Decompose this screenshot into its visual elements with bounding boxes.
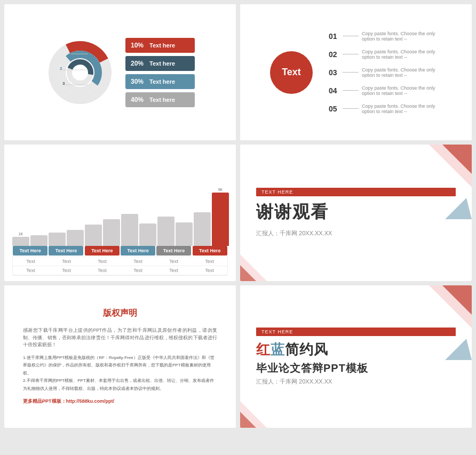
radial-line-1 — [343, 36, 359, 36]
cell-r2-c3: Text — [85, 266, 120, 275]
bar-label-1k: 1K — [19, 232, 23, 236]
text-box-40: 40% Text here — [125, 92, 195, 107]
svg-marker-14 — [445, 198, 472, 219]
text-box-20: 20% Text here — [125, 56, 195, 71]
lbl-30: Text here — [149, 78, 175, 85]
donut-svg: 1 2 3 — [45, 38, 115, 107]
pct-40: 40% — [131, 96, 149, 103]
cell-r1-c3: Text — [85, 257, 120, 266]
radial-center-circle: Text — [270, 51, 313, 94]
slide6-subtitle: 毕业论文答辩PPT模板 — [256, 361, 456, 376]
radial-text-2: Copy paste fonts. Choose the only option… — [362, 49, 442, 60]
lbl-10: Text here — [149, 42, 175, 49]
deco-arrows-bl — [240, 233, 288, 281]
bar-chart-area: 1K - - - - - - — [10, 182, 231, 246]
bar-header-row: Text Here Text Here Text Here Text Here … — [12, 246, 228, 256]
bar-data-table: Text Text Text Text Text Text Text Text … — [12, 257, 228, 276]
slide-bar-chart: 1K - - - - - - — [4, 145, 236, 281]
radial-line-3 — [343, 72, 359, 73]
radial-text-3: Copy paste fonts. Choose the only option… — [362, 67, 442, 78]
radial-line-5 — [343, 108, 359, 109]
svg-text:3: 3 — [62, 81, 65, 86]
deco-arrows-tr — [397, 145, 472, 219]
radial-text-1: Copy paste fonts. Choose the only option… — [362, 31, 442, 42]
cell-r2-c1: Text — [13, 266, 48, 275]
slide-thankyou: TEXT HERE 谢谢观看 汇报人：千库网 20XX.XX.XX — [240, 145, 472, 281]
bar-data-row-1: Text Text Text Text Text Text — [13, 257, 227, 266]
bar-7 — [121, 214, 138, 246]
svg-text:1: 1 — [69, 49, 72, 54]
bar-3 — [49, 233, 66, 246]
pct-30: 30% — [131, 78, 149, 85]
bar-6 — [103, 219, 120, 246]
lbl-20: Text here — [149, 60, 175, 67]
bar-12-red — [212, 193, 229, 246]
bar-header-2: Text Here — [49, 246, 83, 256]
bar-2 — [30, 235, 47, 246]
svg-text:2: 2 — [60, 66, 62, 71]
bar-header-3: Text Here — [85, 246, 120, 256]
radial-item-5: 05 Copy paste fonts. Choose the only opt… — [329, 103, 442, 114]
pct-20: 20% — [131, 60, 149, 67]
copyright-intro: 感谢您下载千库网平台上提供的PPT作品，为了您和千库网以及原创作者的利益，请勿复… — [23, 327, 217, 349]
radial-line-4 — [343, 90, 359, 91]
slide-donut-chart: 1 2 3 10% Text here 20% Text here 30% Te… — [4, 4, 236, 140]
slide6-title-blue: 蓝 — [271, 341, 285, 357]
bar-10 — [176, 222, 193, 246]
radial-text-4: Copy paste fonts. Choose the only option… — [362, 85, 442, 96]
donut-chart: 1 2 3 — [45, 38, 115, 107]
radial-item-3: 03 Copy paste fonts. Choose the only opt… — [329, 67, 442, 78]
cell-r2-c2: Text — [49, 266, 84, 275]
cell-r1-c5: Text — [156, 257, 191, 266]
bar-header-6: Text Here — [193, 246, 227, 256]
cell-r2-c5: Text — [156, 266, 191, 275]
radial-item-4: 04 Copy paste fonts. Choose the only opt… — [329, 85, 442, 96]
radial-num-4: 04 — [329, 86, 339, 95]
deco-arrows-bl-6 — [240, 380, 288, 428]
svg-marker-19 — [445, 339, 472, 360]
bar-1 — [12, 237, 29, 246]
bar-11 — [194, 212, 211, 246]
cell-r1-c1: Text — [13, 257, 48, 266]
radial-num-3: 03 — [329, 68, 339, 77]
deco-arrows-tr-6 — [397, 285, 472, 360]
radial-center-text: Text — [282, 67, 301, 78]
lbl-40: Text here — [149, 97, 175, 103]
bar-8 — [139, 223, 156, 246]
slide-title: TEXT HERE 红蓝简约风 毕业论文答辩PPT模板 汇报人：千库网 20XX… — [240, 285, 472, 428]
cell-r1-c2: Text — [49, 257, 84, 266]
bar-4 — [67, 230, 84, 246]
bar-header-5: Text Here — [156, 246, 191, 256]
bar-label-9k: 9K — [218, 188, 223, 191]
radial-text-5: Copy paste fonts. Choose the only option… — [362, 103, 442, 114]
radial-item-1: 01 Copy paste fonts. Choose the only opt… — [329, 31, 442, 42]
slide-radial: Text 01 Copy paste fonts. Choose the onl… — [240, 4, 472, 140]
cell-r1-c4: Text — [121, 257, 155, 266]
bar-9 — [157, 217, 174, 246]
cell-r2-c6: Text — [192, 266, 227, 275]
radial-item-2: 02 Copy paste fonts. Choose the only opt… — [329, 49, 442, 60]
radial-num-1: 01 — [329, 32, 339, 41]
text-box-10: 10% Text here — [125, 38, 195, 53]
cell-r2-c4: Text — [121, 266, 155, 275]
radial-line-2 — [343, 54, 359, 54]
slide6-title-rest: 简约风 — [285, 341, 328, 357]
text-box-30: 30% Text here — [125, 74, 195, 89]
copyright-title: 版权声明 — [23, 308, 217, 319]
cell-r1-c6: Text — [192, 257, 227, 266]
radial-num-2: 02 — [329, 50, 339, 59]
radial-num-5: 05 — [329, 105, 339, 113]
bar-5 — [85, 225, 102, 246]
bar-data-row-2: Text Text Text Text Text Text — [13, 266, 227, 275]
slide-copyright: 版权声明 感谢您下载千库网平台上提供的PPT作品，为了您和千库网以及原创作者的利… — [4, 285, 236, 428]
slide6-title-red: 红 — [256, 341, 271, 357]
copyright-item2: 2.不得将千库网的PPT模板、PPT素材、本套用于出出售，或者出租、出借、转让、… — [23, 377, 217, 393]
copyright-item1: 1.使千库网上集用PPT模板是免版税的（RF：Royalty-Free）正版受《… — [23, 354, 217, 377]
chart-text-boxes: 10% Text here 20% Text here 30% Text her… — [125, 38, 195, 107]
pct-10: 10% — [131, 42, 149, 49]
bar-header-4: Text Here — [121, 246, 155, 256]
radial-items: 01 Copy paste fonts. Choose the only opt… — [329, 31, 442, 114]
copyright-link: 更多精品PPT模板：http://588ku.com/ppt/ — [23, 398, 217, 405]
bar-header-1: Text Here — [13, 246, 47, 256]
